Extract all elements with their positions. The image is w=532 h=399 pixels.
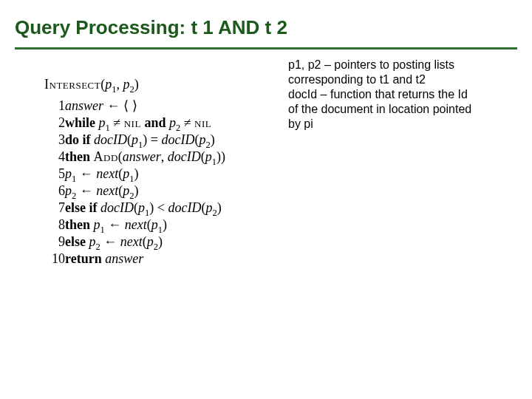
- line-number: 8: [44, 216, 65, 233]
- explain-line-4: of the document in location pointed: [288, 103, 471, 115]
- func-name: Intersect: [44, 77, 100, 92]
- algo-line: 8then p1 ← next(p1): [44, 216, 225, 233]
- line-number: 5: [44, 166, 65, 183]
- algo-line: 2while p1 ≠ nil and p2 ≠ nil: [44, 115, 225, 132]
- algorithm-block: Intersect(p1, p2) 1answer ← ⟨ ⟩2while p1…: [44, 77, 225, 267]
- algo-line: 3do if docID(p1) = docID(p2): [44, 132, 225, 149]
- title-underline: [15, 47, 517, 50]
- line-number: 10: [44, 250, 65, 267]
- param-comma: ,: [117, 77, 123, 92]
- line-body: then p1 ← next(p1): [65, 216, 225, 233]
- line-body: p2 ← next(p2): [65, 183, 225, 200]
- line-number: 1: [44, 97, 65, 115]
- line-body: else p2 ← next(p2): [65, 233, 225, 250]
- line-body: return answer: [65, 250, 225, 267]
- line-number: 3: [44, 132, 65, 149]
- algo-line: 4then Add(answer, docID(p1)): [44, 149, 225, 166]
- line-number: 9: [44, 233, 65, 250]
- paren-close: ): [134, 77, 139, 92]
- line-body: while p1 ≠ nil and p2 ≠ nil: [65, 115, 225, 132]
- algo-line: 1answer ← ⟨ ⟩: [44, 97, 225, 115]
- explain-line-1: p1, p2 – pointers to posting lists: [288, 58, 454, 71]
- slide: Query Processing: t 1 AND t 2 p1, p2 – p…: [0, 0, 532, 399]
- algorithm-header: Intersect(p1, p2): [44, 77, 225, 92]
- algo-line: 5p1 ← next(p1): [44, 166, 225, 183]
- line-body: else if docID(p1) < docID(p2): [65, 200, 225, 216]
- line-body: do if docID(p1) = docID(p2): [65, 132, 225, 149]
- param-p1: p: [105, 77, 112, 92]
- line-number: 2: [44, 115, 65, 132]
- explain-line-3: docId – function that returns the Id: [288, 88, 468, 100]
- line-body: then Add(answer, docID(p1)): [65, 149, 225, 166]
- explanation-text: p1, p2 – pointers to posting lists corre…: [288, 58, 525, 132]
- line-number: 7: [44, 200, 65, 216]
- line-number: 4: [44, 149, 65, 166]
- line-body: answer ← ⟨ ⟩: [65, 97, 225, 115]
- slide-title: Query Processing: t 1 AND t 2: [15, 16, 287, 39]
- line-body: p1 ← next(p1): [65, 166, 225, 183]
- algo-line: 9else p2 ← next(p2): [44, 233, 225, 250]
- param-p2: p: [123, 77, 130, 92]
- algo-line: 7else if docID(p1) < docID(p2): [44, 200, 225, 216]
- explain-line-2: corresponding to t1 and t2: [288, 73, 426, 86]
- algorithm-lines: 1answer ← ⟨ ⟩2while p1 ≠ nil and p2 ≠ ni…: [44, 97, 225, 267]
- explain-line-5: by pi: [288, 117, 313, 130]
- algo-line: 6p2 ← next(p2): [44, 183, 225, 200]
- algo-line: 10return answer: [44, 250, 225, 267]
- line-number: 6: [44, 183, 65, 200]
